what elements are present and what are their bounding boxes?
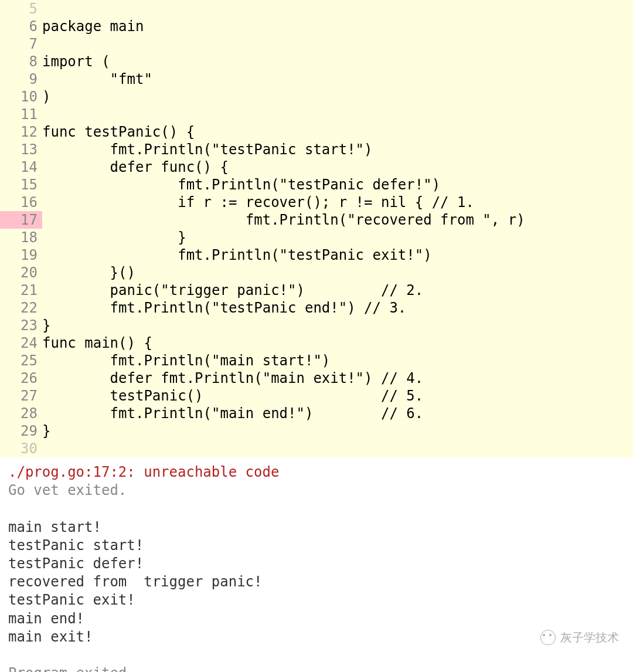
code-content: } <box>42 422 50 440</box>
code-line: 14 defer func() { <box>0 158 633 176</box>
code-content: package main <box>42 18 144 35</box>
line-number: 17 <box>0 211 42 229</box>
code-line: 29} <box>0 422 633 440</box>
line-number: 5 <box>0 0 42 18</box>
code-line: 7 <box>0 35 633 53</box>
output-line: main end! <box>8 610 625 628</box>
code-content: } <box>42 317 50 334</box>
line-number: 19 <box>0 246 42 264</box>
output-line: testPanic start! <box>8 537 625 555</box>
code-content: func main() { <box>42 334 152 352</box>
line-number: 23 <box>0 317 42 334</box>
code-content: fmt.Println("recovered from ", r) <box>42 211 525 229</box>
code-line: 10) <box>0 88 633 106</box>
line-number: 8 <box>0 53 42 70</box>
code-content: fmt.Println("testPanic exit!") <box>42 246 432 264</box>
line-number: 22 <box>0 299 42 317</box>
line-number: 18 <box>0 229 42 246</box>
line-number: 26 <box>0 369 42 387</box>
wechat-icon <box>540 630 556 645</box>
code-content: ) <box>42 88 50 106</box>
code-line: 16 if r := recover(); r != nil { // 1. <box>0 194 633 211</box>
output-line: testPanic exit! <box>8 591 625 609</box>
code-line: 15 fmt.Println("testPanic defer!") <box>0 176 633 194</box>
output-line: Go vet exited. <box>8 481 625 500</box>
code-line: 12func testPanic() { <box>0 123 633 141</box>
code-line: 24func main() { <box>0 334 633 352</box>
code-line: 11 <box>0 106 633 123</box>
code-line: 6package main <box>0 18 633 35</box>
code-content: defer func() { <box>42 158 229 176</box>
code-line: 13 fmt.Println("testPanic start!") <box>0 141 633 158</box>
line-number: 12 <box>0 123 42 141</box>
code-content: import ( <box>42 53 110 70</box>
line-number: 15 <box>0 176 42 194</box>
code-line: 20 }() <box>0 264 633 281</box>
code-line: 18 } <box>0 229 633 246</box>
code-line: 19 fmt.Println("testPanic exit!") <box>0 246 633 264</box>
line-number: 16 <box>0 194 42 211</box>
code-content: testPanic() // 5. <box>42 387 423 405</box>
line-number: 20 <box>0 264 42 281</box>
code-content: if r := recover(); r != nil { // 1. <box>42 194 474 211</box>
line-number: 25 <box>0 352 42 369</box>
code-content: fmt.Println("main start!") <box>42 352 330 369</box>
code-content: panic("trigger panic!") // 2. <box>42 281 423 299</box>
line-number: 10 <box>0 88 42 106</box>
code-line: 22 fmt.Println("testPanic end!") // 3. <box>0 299 633 317</box>
code-editor: 56package main78import (9 "fmt"10)1112fu… <box>0 0 633 457</box>
code-content: fmt.Println("testPanic start!") <box>42 141 373 158</box>
code-line: 17 fmt.Println("recovered from ", r) <box>0 211 633 229</box>
code-content: fmt.Println("main end!") // 6. <box>42 405 423 422</box>
line-number: 6 <box>0 18 42 35</box>
code-line: 30 <box>0 440 633 457</box>
code-line: 23} <box>0 317 633 334</box>
line-number: 30 <box>0 440 42 457</box>
output-panel: ./prog.go:17:2: unreachable codeGo vet e… <box>0 457 633 672</box>
code-line: 28 fmt.Println("main end!") // 6. <box>0 405 633 422</box>
code-content: defer fmt.Println("main exit!") // 4. <box>42 369 423 387</box>
output-line: recovered from trigger panic! <box>8 573 625 591</box>
code-content: } <box>42 229 186 246</box>
code-line: 9 "fmt" <box>0 70 633 88</box>
watermark-text: 灰子学技术 <box>560 630 619 645</box>
code-line: 5 <box>0 0 633 18</box>
line-number: 21 <box>0 281 42 299</box>
code-content: fmt.Println("testPanic end!") // 3. <box>42 299 406 317</box>
code-line: 26 defer fmt.Println("main exit!") // 4. <box>0 369 633 387</box>
code-line: 8import ( <box>0 53 633 70</box>
line-number: 29 <box>0 422 42 440</box>
code-content: "fmt" <box>42 70 152 88</box>
line-number: 28 <box>0 405 42 422</box>
watermark: 灰子学技术 <box>540 630 619 645</box>
code-content: func testPanic() { <box>42 123 195 141</box>
output-line: main start! <box>8 518 625 537</box>
output-line: main exit! <box>8 628 625 646</box>
line-number: 14 <box>0 158 42 176</box>
code-content: }() <box>42 264 135 281</box>
line-number: 7 <box>0 35 42 53</box>
line-number: 27 <box>0 387 42 405</box>
output-line: Program exited. <box>8 664 625 672</box>
line-number: 13 <box>0 141 42 158</box>
output-line <box>8 500 625 518</box>
code-line: 27 testPanic() // 5. <box>0 387 633 405</box>
output-line: testPanic defer! <box>8 555 625 573</box>
line-number: 24 <box>0 334 42 352</box>
code-content: fmt.Println("testPanic defer!") <box>42 176 440 194</box>
output-line <box>8 646 625 664</box>
code-line: 21 panic("trigger panic!") // 2. <box>0 281 633 299</box>
output-line: ./prog.go:17:2: unreachable code <box>8 463 625 481</box>
line-number: 9 <box>0 70 42 88</box>
line-number: 11 <box>0 106 42 123</box>
code-line: 25 fmt.Println("main start!") <box>0 352 633 369</box>
